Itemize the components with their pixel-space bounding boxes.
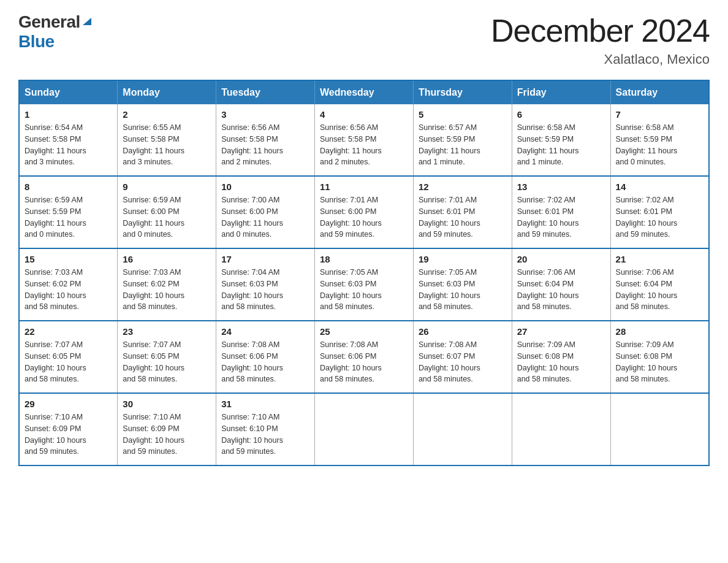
calendar-cell: 11Sunrise: 7:01 AM Sunset: 6:00 PM Dayli… bbox=[315, 176, 414, 248]
calendar-week-row: 29Sunrise: 7:10 AM Sunset: 6:09 PM Dayli… bbox=[19, 393, 709, 465]
page-header: General Blue December 2024 Xalatlaco, Me… bbox=[18, 12, 710, 67]
day-number: 14 bbox=[616, 182, 703, 192]
day-info: Sunrise: 7:06 AM Sunset: 6:04 PM Dayligh… bbox=[517, 267, 605, 313]
calendar-header-row: SundayMondayTuesdayWednesdayThursdayFrid… bbox=[19, 80, 709, 104]
day-info: Sunrise: 7:02 AM Sunset: 6:01 PM Dayligh… bbox=[616, 194, 703, 240]
day-info: Sunrise: 7:08 AM Sunset: 6:06 PM Dayligh… bbox=[320, 339, 408, 385]
day-number: 27 bbox=[517, 326, 605, 337]
day-info: Sunrise: 7:08 AM Sunset: 6:07 PM Dayligh… bbox=[419, 339, 507, 385]
day-info: Sunrise: 7:07 AM Sunset: 6:05 PM Dayligh… bbox=[25, 339, 112, 385]
day-number: 31 bbox=[221, 399, 309, 409]
day-info: Sunrise: 7:06 AM Sunset: 6:04 PM Dayligh… bbox=[616, 267, 703, 313]
calendar-table: SundayMondayTuesdayWednesdayThursdayFrid… bbox=[18, 80, 710, 466]
day-info: Sunrise: 7:09 AM Sunset: 6:08 PM Dayligh… bbox=[517, 339, 605, 385]
day-number: 17 bbox=[221, 254, 309, 264]
calendar-cell: 28Sunrise: 7:09 AM Sunset: 6:08 PM Dayli… bbox=[610, 321, 709, 393]
calendar-cell: 14Sunrise: 7:02 AM Sunset: 6:01 PM Dayli… bbox=[610, 176, 709, 248]
day-number: 3 bbox=[221, 109, 309, 120]
day-number: 10 bbox=[221, 182, 309, 192]
day-of-week-header: Wednesday bbox=[315, 80, 414, 104]
day-number: 8 bbox=[25, 182, 112, 192]
day-info: Sunrise: 7:10 AM Sunset: 6:10 PM Dayligh… bbox=[221, 412, 309, 458]
day-info: Sunrise: 6:55 AM Sunset: 5:58 PM Dayligh… bbox=[123, 122, 211, 168]
day-info: Sunrise: 7:10 AM Sunset: 6:09 PM Dayligh… bbox=[25, 412, 112, 458]
calendar-week-row: 8Sunrise: 6:59 AM Sunset: 5:59 PM Daylig… bbox=[19, 176, 709, 248]
day-number: 20 bbox=[517, 254, 605, 264]
calendar-cell: 21Sunrise: 7:06 AM Sunset: 6:04 PM Dayli… bbox=[610, 248, 709, 321]
calendar-cell: 29Sunrise: 7:10 AM Sunset: 6:09 PM Dayli… bbox=[19, 393, 118, 465]
calendar-cell: 16Sunrise: 7:03 AM Sunset: 6:02 PM Dayli… bbox=[118, 248, 216, 321]
calendar-cell: 20Sunrise: 7:06 AM Sunset: 6:04 PM Dayli… bbox=[512, 248, 610, 321]
day-number: 11 bbox=[320, 182, 408, 192]
day-of-week-header: Friday bbox=[512, 80, 610, 104]
day-number: 12 bbox=[419, 182, 507, 192]
day-number: 7 bbox=[616, 109, 703, 120]
calendar-cell bbox=[610, 393, 709, 465]
month-title: December 2024 bbox=[491, 12, 710, 49]
day-number: 26 bbox=[419, 326, 507, 337]
day-info: Sunrise: 7:02 AM Sunset: 6:01 PM Dayligh… bbox=[517, 194, 605, 240]
logo-blue-text: Blue bbox=[18, 32, 55, 51]
calendar-week-row: 22Sunrise: 7:07 AM Sunset: 6:05 PM Dayli… bbox=[19, 321, 709, 393]
day-info: Sunrise: 6:59 AM Sunset: 6:00 PM Dayligh… bbox=[123, 194, 211, 240]
calendar-cell: 3Sunrise: 6:56 AM Sunset: 5:58 PM Daylig… bbox=[216, 104, 315, 176]
day-of-week-header: Sunday bbox=[19, 80, 118, 104]
calendar-cell: 4Sunrise: 6:56 AM Sunset: 5:58 PM Daylig… bbox=[315, 104, 414, 176]
logo-triangle-icon bbox=[82, 15, 93, 29]
day-info: Sunrise: 6:58 AM Sunset: 5:59 PM Dayligh… bbox=[517, 122, 605, 168]
logo-general-text: General bbox=[18, 12, 80, 32]
calendar-cell: 26Sunrise: 7:08 AM Sunset: 6:07 PM Dayli… bbox=[413, 321, 512, 393]
calendar-cell: 17Sunrise: 7:04 AM Sunset: 6:03 PM Dayli… bbox=[216, 248, 315, 321]
day-number: 5 bbox=[419, 109, 507, 120]
day-info: Sunrise: 7:00 AM Sunset: 6:00 PM Dayligh… bbox=[221, 194, 309, 240]
day-number: 6 bbox=[517, 109, 605, 120]
day-info: Sunrise: 7:07 AM Sunset: 6:05 PM Dayligh… bbox=[123, 339, 211, 385]
day-number: 19 bbox=[419, 254, 507, 264]
calendar-cell: 23Sunrise: 7:07 AM Sunset: 6:05 PM Dayli… bbox=[118, 321, 216, 393]
calendar-cell: 25Sunrise: 7:08 AM Sunset: 6:06 PM Dayli… bbox=[315, 321, 414, 393]
calendar-cell: 31Sunrise: 7:10 AM Sunset: 6:10 PM Dayli… bbox=[216, 393, 315, 465]
day-info: Sunrise: 6:59 AM Sunset: 5:59 PM Dayligh… bbox=[25, 194, 112, 240]
day-number: 9 bbox=[123, 182, 211, 192]
calendar-cell: 22Sunrise: 7:07 AM Sunset: 6:05 PM Dayli… bbox=[19, 321, 118, 393]
day-number: 1 bbox=[25, 109, 112, 120]
day-info: Sunrise: 6:58 AM Sunset: 5:59 PM Dayligh… bbox=[616, 122, 703, 168]
calendar-cell: 5Sunrise: 6:57 AM Sunset: 5:59 PM Daylig… bbox=[413, 104, 512, 176]
day-info: Sunrise: 7:03 AM Sunset: 6:02 PM Dayligh… bbox=[123, 267, 211, 313]
calendar-cell: 30Sunrise: 7:10 AM Sunset: 6:09 PM Dayli… bbox=[118, 393, 216, 465]
calendar-cell bbox=[512, 393, 610, 465]
calendar-cell: 27Sunrise: 7:09 AM Sunset: 6:08 PM Dayli… bbox=[512, 321, 610, 393]
day-number: 15 bbox=[25, 254, 112, 264]
calendar-cell: 1Sunrise: 6:54 AM Sunset: 5:58 PM Daylig… bbox=[19, 104, 118, 176]
day-number: 16 bbox=[123, 254, 211, 264]
day-number: 18 bbox=[320, 254, 408, 264]
day-of-week-header: Tuesday bbox=[216, 80, 315, 104]
day-number: 25 bbox=[320, 326, 408, 337]
day-number: 23 bbox=[123, 326, 211, 337]
day-info: Sunrise: 7:08 AM Sunset: 6:06 PM Dayligh… bbox=[221, 339, 309, 385]
day-of-week-header: Monday bbox=[118, 80, 216, 104]
calendar-cell: 2Sunrise: 6:55 AM Sunset: 5:58 PM Daylig… bbox=[118, 104, 216, 176]
day-of-week-header: Saturday bbox=[610, 80, 709, 104]
calendar-cell bbox=[315, 393, 414, 465]
day-number: 28 bbox=[616, 326, 703, 337]
day-info: Sunrise: 7:03 AM Sunset: 6:02 PM Dayligh… bbox=[25, 267, 112, 313]
day-number: 4 bbox=[320, 109, 408, 120]
calendar-cell: 7Sunrise: 6:58 AM Sunset: 5:59 PM Daylig… bbox=[610, 104, 709, 176]
day-number: 2 bbox=[123, 109, 211, 120]
calendar-cell: 12Sunrise: 7:01 AM Sunset: 6:01 PM Dayli… bbox=[413, 176, 512, 248]
day-number: 22 bbox=[25, 326, 112, 337]
calendar-cell: 24Sunrise: 7:08 AM Sunset: 6:06 PM Dayli… bbox=[216, 321, 315, 393]
day-info: Sunrise: 6:56 AM Sunset: 5:58 PM Dayligh… bbox=[221, 122, 309, 168]
calendar-cell: 15Sunrise: 7:03 AM Sunset: 6:02 PM Dayli… bbox=[19, 248, 118, 321]
calendar-cell: 19Sunrise: 7:05 AM Sunset: 6:03 PM Dayli… bbox=[413, 248, 512, 321]
day-info: Sunrise: 7:01 AM Sunset: 6:01 PM Dayligh… bbox=[419, 194, 507, 240]
day-info: Sunrise: 7:04 AM Sunset: 6:03 PM Dayligh… bbox=[221, 267, 309, 313]
day-number: 29 bbox=[25, 399, 112, 409]
title-area: December 2024 Xalatlaco, Mexico bbox=[491, 12, 710, 67]
day-info: Sunrise: 7:09 AM Sunset: 6:08 PM Dayligh… bbox=[616, 339, 703, 385]
calendar-cell: 9Sunrise: 6:59 AM Sunset: 6:00 PM Daylig… bbox=[118, 176, 216, 248]
calendar-week-row: 1Sunrise: 6:54 AM Sunset: 5:58 PM Daylig… bbox=[19, 104, 709, 176]
calendar-cell: 18Sunrise: 7:05 AM Sunset: 6:03 PM Dayli… bbox=[315, 248, 414, 321]
calendar-week-row: 15Sunrise: 7:03 AM Sunset: 6:02 PM Dayli… bbox=[19, 248, 709, 321]
